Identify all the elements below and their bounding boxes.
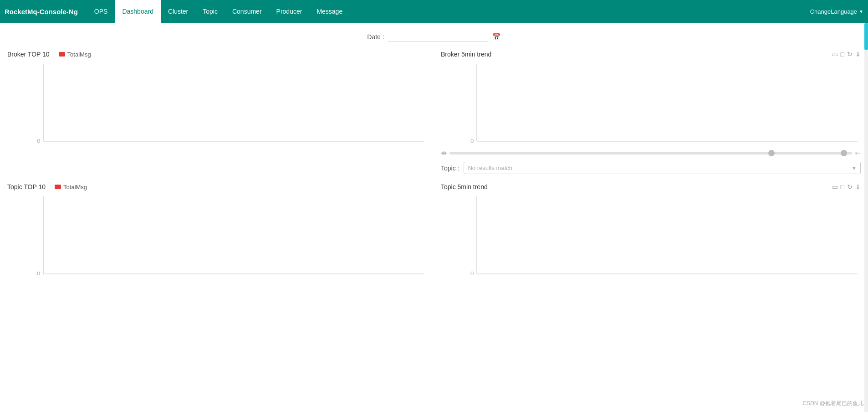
- slider-left-icon[interactable]: ⇼: [441, 149, 447, 157]
- topic-select[interactable]: No results match ▼: [464, 162, 861, 174]
- topic-top10-header: Topic TOP 10 TotalMsg: [7, 183, 427, 191]
- calendar-icon[interactable]: 📅: [492, 32, 501, 41]
- date-label: Date :: [367, 33, 384, 41]
- scrollbar[interactable]: [864, 23, 868, 288]
- topic-select-placeholder: No results match: [468, 165, 512, 171]
- nav-ops[interactable]: OPS: [87, 0, 115, 23]
- expand-icon-2[interactable]: ▭: [832, 183, 838, 191]
- expand-icon[interactable]: ▭: [832, 51, 838, 58]
- broker-5min-toolbar: ▭ □ ↻ ⇓: [832, 51, 861, 58]
- brand: RocketMq-Console-Ng: [5, 8, 78, 15]
- nav-producer[interactable]: Producer: [269, 0, 310, 23]
- refresh-icon-2[interactable]: ↻: [847, 183, 853, 191]
- topic-top10-title: Topic TOP 10: [7, 183, 46, 191]
- main-content: Date : 📅 Broker TOP 10 TotalMsg: [0, 23, 868, 288]
- topic-5min-toolbar: ▭ □ ↻ ⇓: [832, 183, 861, 191]
- broker-top10-title: Broker TOP 10: [7, 51, 50, 58]
- nav-cluster[interactable]: Cluster: [161, 0, 195, 23]
- topic-row: Topic : No results match ▼: [441, 162, 861, 174]
- restore-icon[interactable]: □: [841, 51, 844, 58]
- topic-5min-panel: Topic 5min trend ▭ □ ↻ ⇓ 0: [441, 183, 861, 278]
- topic-5min-chart: 0: [441, 194, 861, 278]
- svg-text:0: 0: [37, 139, 41, 144]
- restore-icon-2[interactable]: □: [841, 183, 844, 191]
- refresh-icon[interactable]: ↻: [847, 51, 853, 58]
- topic-select-caret-icon: ▼: [852, 165, 857, 171]
- slider-thumb-left[interactable]: [768, 150, 775, 156]
- svg-text:0: 0: [37, 271, 41, 276]
- nav-dashboard[interactable]: Dashboard: [115, 0, 161, 23]
- svg-text:0: 0: [470, 139, 474, 144]
- broker-5min-slider[interactable]: [449, 152, 852, 154]
- chevron-down-icon: ▼: [859, 9, 863, 14]
- navbar: RocketMq-Console-Ng OPS Dashboard Cluste…: [0, 0, 868, 23]
- legend-dot-broker: [59, 52, 65, 57]
- nav-consumer[interactable]: Consumer: [225, 0, 269, 23]
- nav-topic[interactable]: Topic: [195, 0, 225, 23]
- change-language-button[interactable]: ChangeLanguage ▼: [810, 8, 863, 15]
- topic-label: Topic :: [441, 165, 459, 172]
- legend-dot-topic: [55, 185, 61, 189]
- broker-5min-slider-row: ⇼ ⇽: [441, 149, 861, 157]
- charts-grid: Broker TOP 10 TotalMsg 0 B: [7, 51, 861, 278]
- svg-text:0: 0: [470, 271, 474, 276]
- broker-top10-header: Broker TOP 10 TotalMsg: [7, 51, 427, 58]
- broker-5min-header: Broker 5min trend: [441, 51, 861, 58]
- broker-5min-panel: Broker 5min trend ▭ □ ↻ ⇓ 0 ⇼: [441, 51, 861, 174]
- broker-5min-title: Broker 5min trend: [441, 51, 491, 58]
- date-input[interactable]: [388, 32, 488, 41]
- scroll-thumb[interactable]: [864, 23, 868, 50]
- navbar-right: ChangeLanguage ▼: [810, 8, 863, 15]
- broker-5min-chart: 0: [441, 62, 861, 146]
- broker-top10-panel: Broker TOP 10 TotalMsg 0: [7, 51, 427, 174]
- topic-5min-title: Topic 5min trend: [441, 183, 488, 191]
- broker-top10-legend: TotalMsg: [59, 51, 91, 58]
- download-icon-2[interactable]: ⇓: [855, 183, 861, 191]
- broker-top10-chart: 0: [7, 62, 427, 146]
- topic-5min-header: Topic 5min trend: [441, 183, 861, 191]
- slider-thumb-right[interactable]: [841, 150, 847, 156]
- topic-top10-panel: Topic TOP 10 TotalMsg 0: [7, 183, 427, 278]
- topic-top10-chart: 0: [7, 194, 427, 278]
- nav-message[interactable]: Message: [309, 0, 350, 23]
- download-icon[interactable]: ⇓: [855, 51, 861, 58]
- slider-right-icon[interactable]: ⇽: [855, 149, 861, 157]
- date-row: Date : 📅: [7, 32, 861, 41]
- topic-top10-legend: TotalMsg: [55, 184, 87, 191]
